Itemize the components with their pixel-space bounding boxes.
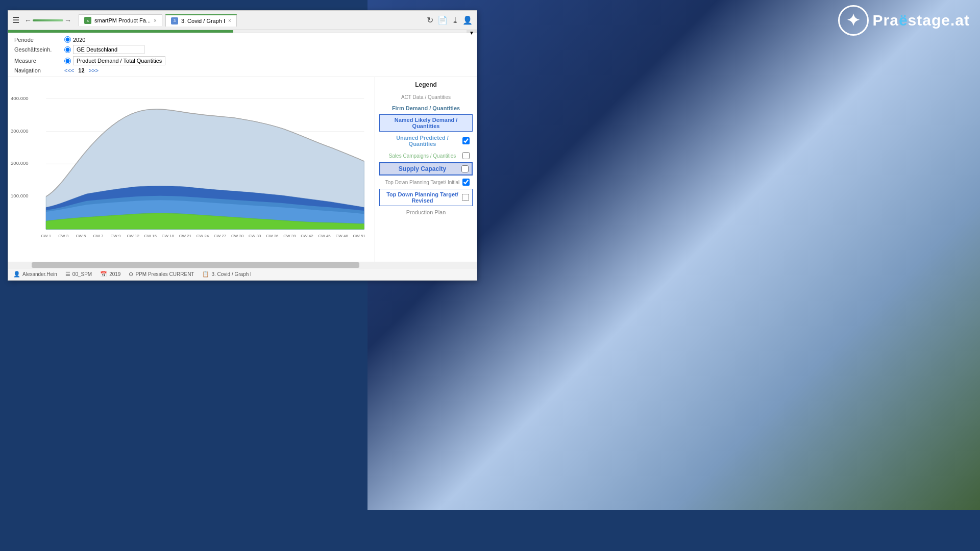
- legend-item-topdown-initial[interactable]: Top Down Planning Target/ Initial: [379, 177, 473, 188]
- periode-radio-group: 2020: [64, 36, 85, 43]
- x-cw51: CW 51: [353, 234, 366, 238]
- nav-controls: <<< 12 >>>: [64, 67, 99, 73]
- legend-item-sales[interactable]: Sales Campaigns / Quantities: [379, 150, 473, 161]
- bottom-bar: [0, 510, 980, 551]
- legend-item-act[interactable]: ACT Data / Quantities: [379, 92, 473, 102]
- y-label-100k: 100.000: [11, 193, 29, 198]
- form-controls: Periode 2020 Geschäftseinh. GE Deutschla…: [8, 33, 477, 77]
- legend-item-named[interactable]: Named Likely Demand / Quantities: [379, 114, 473, 132]
- tab1-label: smartPM Product Fa...: [94, 17, 151, 23]
- measure-radio-group: Product Demand / Total Quantities: [64, 56, 165, 65]
- x-cw5: CW 5: [76, 234, 86, 238]
- module-status-icon: ☰: [65, 271, 70, 278]
- navigation-label: Navigation: [14, 67, 60, 73]
- chart-scroll[interactable]: [8, 262, 477, 268]
- legend-item-production[interactable]: Production Plan: [379, 207, 473, 217]
- legend-item-unamed[interactable]: Unamed Predicted / Quantities: [379, 133, 473, 149]
- nav-next-button[interactable]: >>>: [89, 67, 99, 73]
- user-status-icon: 👤: [13, 271, 20, 278]
- y-label-300k: 300.000: [11, 128, 29, 134]
- nav-number: 12: [78, 67, 84, 73]
- legend-sales-label: Sales Campaigns / Quantities: [382, 153, 462, 159]
- hamburger-menu-icon[interactable]: ☰: [12, 15, 19, 25]
- measure-radio[interactable]: [64, 58, 71, 64]
- logo-text: Praëstage.at: [873, 12, 970, 29]
- legend-item-topdown-revised[interactable]: Top Down Planning Target/ Revised: [379, 189, 473, 206]
- measure-dropdown[interactable]: Product Demand / Total Quantities: [73, 56, 165, 65]
- measure-label: Measure: [14, 58, 60, 64]
- x-cw39: CW 39: [283, 234, 296, 238]
- chart-svg: 400.000 300.000 200.000 100.000: [11, 82, 370, 257]
- legend-production-label: Production Plan: [382, 209, 470, 215]
- status-module-label: 00_SPM: [72, 271, 92, 277]
- y-label-400k: 400.000: [11, 95, 29, 101]
- scroll-down-button[interactable]: ▼: [467, 30, 477, 33]
- refresh-icon[interactable]: ↻: [427, 15, 433, 25]
- supply-checkbox[interactable]: [461, 165, 469, 172]
- x-cw24: CW 24: [197, 234, 209, 238]
- topdown-revised-checkbox[interactable]: [462, 194, 469, 201]
- status-year-label: 2019: [109, 271, 120, 277]
- topdown-initial-checkbox[interactable]: [462, 179, 470, 186]
- calendar-status-icon: 📅: [100, 271, 107, 278]
- status-year: 📅 2019: [100, 271, 120, 278]
- geschaeftsseinheit-label: Geschäftseinh.: [14, 46, 60, 53]
- tab1-icon: s: [84, 17, 91, 24]
- legend-supply-label: Supply Capacity: [383, 165, 461, 172]
- back-button[interactable]: ←: [24, 16, 32, 24]
- legend-unamed-label: Unamed Predicted / Quantities: [382, 135, 462, 147]
- export-icon[interactable]: ⤓: [452, 15, 458, 25]
- legend-act-label: ACT Data / Quantities: [382, 94, 470, 100]
- status-view: 📋 3. Covid / Graph I: [202, 271, 251, 278]
- tab-smartpm[interactable]: s smartPM Product Fa... ×: [79, 14, 162, 26]
- sales-checkbox[interactable]: [462, 152, 470, 159]
- document-icon[interactable]: 📄: [437, 15, 448, 25]
- status-plan-label: PPM Presales CURRENT: [135, 271, 194, 277]
- status-view-label: 3. Covid / Graph I: [211, 271, 251, 277]
- legend-item-firm[interactable]: Firm Demand / Quantities: [379, 103, 473, 113]
- legend-title: Legend: [379, 81, 473, 88]
- navigation-row: Navigation <<< 12 >>>: [14, 67, 471, 73]
- progress-bar-fill: [8, 30, 233, 33]
- x-cw45: CW 45: [318, 234, 331, 238]
- tab2-close-icon[interactable]: ×: [228, 18, 231, 23]
- geschaeftsseinheit-dropdown[interactable]: GE Deutschland: [73, 45, 144, 54]
- app-window: ☰ ← → s smartPM Product Fa... × 3 3. Cov…: [8, 10, 477, 281]
- legend-named-label: Named Likely Demand / Quantities: [383, 117, 469, 129]
- legend-item-supply[interactable]: Supply Capacity: [379, 162, 473, 176]
- nav-buttons: ← →: [24, 16, 71, 24]
- status-bar: 👤 Alexander.Hein ☰ 00_SPM 📅 2019 ⊙ PPM P…: [8, 268, 477, 280]
- tab-covid[interactable]: 3 3. Covid / Graph I ×: [165, 14, 237, 27]
- geschaeftsseinheit-radio[interactable]: [64, 46, 71, 53]
- measure-row: Measure Product Demand / Total Quantitie…: [14, 56, 471, 65]
- x-cw30: CW 30: [231, 234, 244, 238]
- forward-button[interactable]: →: [64, 16, 71, 24]
- periode-row: Periode 2020: [14, 36, 471, 43]
- nav-prev-button[interactable]: <<<: [64, 67, 74, 73]
- status-plan: ⊙ PPM Presales CURRENT: [129, 271, 194, 278]
- chart-scroll-thumb[interactable]: [32, 262, 360, 268]
- logo-icon: ✦: [838, 5, 869, 36]
- tab2-icon: 3: [171, 17, 178, 24]
- logo: ✦ Praëstage.at: [838, 5, 970, 36]
- x-cw15: CW 15: [144, 234, 157, 238]
- status-module: ☰ 00_SPM: [65, 271, 92, 278]
- periode-radio[interactable]: [64, 36, 71, 43]
- x-cw21: CW 21: [179, 234, 192, 238]
- chart-area: 400.000 300.000 200.000 100.000: [8, 77, 375, 262]
- chart-container: 400.000 300.000 200.000 100.000: [8, 77, 477, 262]
- unamed-checkbox[interactable]: [462, 137, 470, 144]
- status-user-label: Alexander.Hein: [22, 271, 57, 277]
- geschaeftsseinheit-radio-group: GE Deutschland: [64, 45, 144, 54]
- title-bar: ☰ ← → s smartPM Product Fa... × 3 3. Cov…: [8, 11, 477, 30]
- status-user: 👤 Alexander.Hein: [13, 271, 57, 278]
- x-cw9: CW 9: [111, 234, 121, 238]
- x-cw33: CW 33: [249, 234, 261, 238]
- x-cw36: CW 36: [266, 234, 279, 238]
- x-cw3: CW 3: [58, 234, 68, 238]
- x-cw48: CW 48: [335, 234, 348, 238]
- x-cw42: CW 42: [301, 234, 313, 238]
- user-icon[interactable]: 👤: [462, 15, 473, 25]
- x-cw18: CW 18: [162, 234, 175, 238]
- tab1-close-icon[interactable]: ×: [154, 18, 157, 23]
